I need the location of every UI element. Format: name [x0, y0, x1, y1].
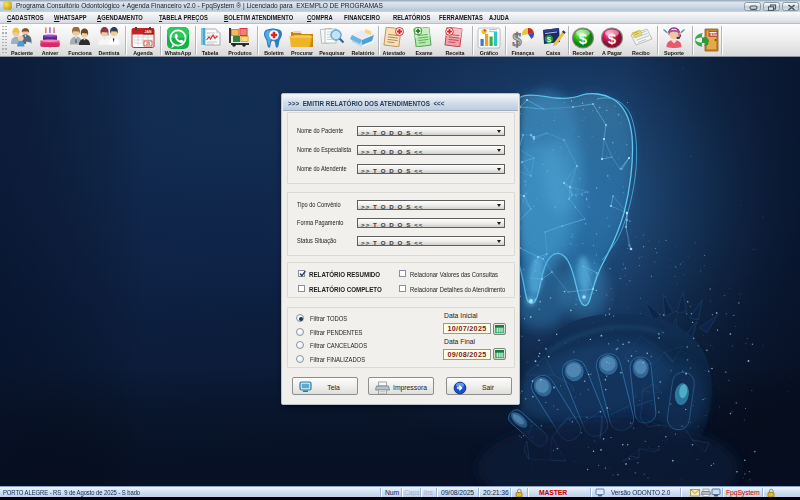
svg-text:29: 29 [146, 42, 150, 46]
svg-text:$: $ [512, 29, 522, 50]
svg-text:$: $ [547, 35, 552, 44]
svg-text:EXIT: EXIT [709, 33, 718, 37]
svg-text:JAN: JAN [144, 30, 151, 34]
